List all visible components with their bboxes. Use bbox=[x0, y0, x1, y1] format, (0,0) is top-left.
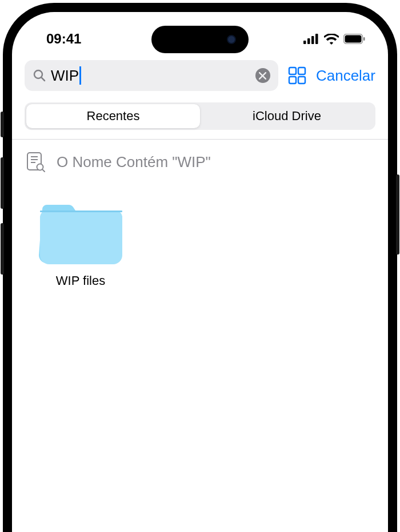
svg-rect-14 bbox=[298, 77, 305, 84]
svg-rect-2 bbox=[311, 36, 314, 44]
search-header: WIP Cancelar bbox=[12, 52, 388, 97]
dynamic-island bbox=[151, 26, 249, 53]
status-time: 09:41 bbox=[46, 31, 81, 47]
search-value: WIP bbox=[51, 66, 251, 85]
power-button[interactable] bbox=[396, 174, 399, 255]
svg-rect-3 bbox=[315, 34, 318, 44]
cellular-icon bbox=[303, 34, 319, 44]
results-grid: WIP files bbox=[12, 176, 388, 311]
folder-icon bbox=[38, 199, 123, 267]
cancel-button[interactable]: Cancelar bbox=[316, 67, 375, 85]
silent-switch[interactable] bbox=[1, 112, 4, 137]
filter-suggestion-row[interactable]: O Nome Contém "WIP" bbox=[12, 140, 388, 176]
svg-rect-0 bbox=[303, 41, 306, 44]
svg-rect-6 bbox=[363, 37, 365, 41]
phone-screen: 09:41 WIP Cancelar Recentes iCloud Drive bbox=[12, 12, 388, 532]
svg-line-19 bbox=[42, 169, 45, 172]
phone-frame: 09:41 WIP Cancelar Recentes iCloud Drive bbox=[3, 3, 397, 532]
wifi-icon bbox=[324, 34, 339, 45]
filter-label: O Nome Contém "WIP" bbox=[57, 153, 211, 171]
view-grid-button[interactable] bbox=[287, 66, 307, 85]
battery-icon bbox=[343, 34, 365, 44]
folder-label: WIP files bbox=[23, 273, 138, 288]
svg-line-8 bbox=[41, 77, 45, 81]
text-cursor bbox=[79, 66, 81, 85]
status-indicators bbox=[303, 34, 365, 45]
segment-icloud-drive[interactable]: iCloud Drive bbox=[200, 104, 374, 128]
svg-rect-20 bbox=[40, 211, 122, 212]
search-icon bbox=[33, 69, 46, 82]
segment-recents[interactable]: Recentes bbox=[26, 104, 200, 128]
close-icon bbox=[259, 72, 266, 80]
document-search-icon bbox=[27, 151, 45, 173]
svg-rect-12 bbox=[298, 68, 305, 74]
svg-rect-5 bbox=[345, 35, 362, 43]
volume-up-button[interactable] bbox=[1, 157, 4, 209]
svg-rect-13 bbox=[289, 77, 296, 84]
search-input[interactable]: WIP bbox=[25, 60, 278, 91]
svg-rect-1 bbox=[307, 38, 310, 44]
clear-search-button[interactable] bbox=[255, 68, 270, 83]
volume-down-button[interactable] bbox=[1, 223, 4, 275]
front-camera bbox=[227, 35, 236, 44]
folder-item[interactable]: WIP files bbox=[23, 199, 138, 288]
scope-segmented-control: Recentes iCloud Drive bbox=[25, 102, 375, 130]
svg-rect-11 bbox=[289, 68, 296, 74]
